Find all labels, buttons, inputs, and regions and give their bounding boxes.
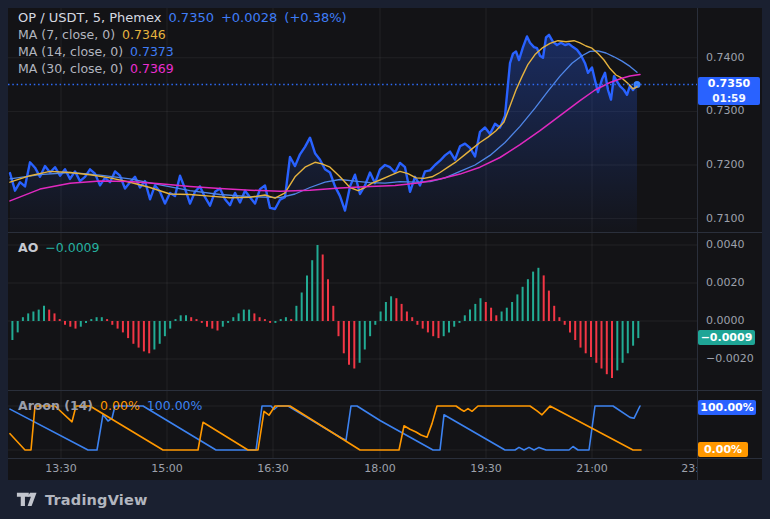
time-axis-tick: 16:30: [257, 462, 289, 475]
price-axis-tick: 0.7400: [706, 51, 745, 65]
aroon-up-badge: 100.00%: [698, 400, 756, 415]
bar-countdown: 01:59: [698, 91, 760, 105]
time-axis-tick: 15:00: [151, 462, 183, 475]
price-axis-tick: 0.7200: [706, 158, 745, 172]
time-axis-tick: 23:: [681, 462, 697, 475]
last-price-badge: 0.7350 01:59: [698, 77, 760, 105]
tradingview-chart-page: OP / USDT, 5, Phemex 0.7350 +0.0028 (+0.…: [0, 0, 770, 519]
ma14-value: 0.7373: [130, 44, 174, 59]
ao-axis-tick: −0.0020: [706, 352, 754, 366]
time-axis-tick: 21:00: [576, 462, 608, 475]
time-axis-tick: 18:00: [364, 462, 396, 475]
last-price-badge-value: 0.7350: [698, 77, 760, 91]
aroon-indicator-label: Aroon (14): [18, 398, 93, 413]
symbol-title[interactable]: OP / USDT, 5, Phemex: [18, 10, 161, 25]
ao-axis-tick: 0.0020: [706, 276, 745, 290]
ao-indicator-value: −0.0009: [45, 240, 99, 255]
ao-axis-tick: 0.0040: [706, 238, 745, 252]
aroon-up-value: 100.00%: [147, 398, 203, 413]
ma7-value: 0.7346: [122, 27, 166, 42]
price-change-abs: +0.0028: [221, 10, 277, 25]
ao-value-badge: −0.0009: [698, 330, 755, 345]
ao-axis-tick: 0.0000: [706, 314, 745, 328]
time-axis[interactable]: 13:3015:0016:3018:0019:3021:0023:: [8, 458, 697, 480]
time-axis-tick: 13:30: [45, 462, 77, 475]
symbol-row[interactable]: OP / USDT, 5, Phemex 0.7350 +0.0028 (+0.…: [18, 9, 347, 26]
aroon-down-value: 0.00%: [100, 398, 140, 413]
ma30-label: MA (30, close, 0): [18, 61, 123, 76]
price-axis-tick: 0.7300: [706, 104, 745, 118]
aroon-legend: Aroon (14) 0.00% 100.00%: [18, 397, 202, 414]
ma7-legend-row[interactable]: MA (7, close, 0) 0.7346: [18, 26, 347, 43]
ao-legend-row[interactable]: AO −0.0009: [18, 239, 100, 256]
chart-canvas[interactable]: [0, 0, 770, 519]
ao-legend: AO −0.0009: [18, 239, 100, 256]
footer-bar: TradingView: [0, 480, 770, 519]
ma14-legend-row[interactable]: MA (14, close, 0) 0.7373: [18, 43, 347, 60]
time-axis-tick: 19:30: [470, 462, 502, 475]
ma30-legend-row[interactable]: MA (30, close, 0) 0.7369: [18, 60, 347, 77]
tradingview-brand-text[interactable]: TradingView: [45, 492, 148, 508]
tradingview-logo-icon[interactable]: [16, 491, 37, 508]
last-price: 0.7350: [168, 10, 214, 25]
main-chart-legend: OP / USDT, 5, Phemex 0.7350 +0.0028 (+0.…: [18, 9, 347, 77]
aroon-down-badge: 0.00%: [698, 442, 748, 457]
ma14-label: MA (14, close, 0): [18, 44, 123, 59]
ma7-label: MA (7, close, 0): [18, 27, 115, 42]
ao-indicator-label: AO: [18, 240, 38, 255]
aroon-legend-row[interactable]: Aroon (14) 0.00% 100.00%: [18, 397, 202, 414]
ma30-value: 0.7369: [130, 61, 174, 76]
price-axis-tick: 0.7100: [706, 212, 745, 226]
price-change-pct: (+0.38%): [284, 10, 346, 25]
